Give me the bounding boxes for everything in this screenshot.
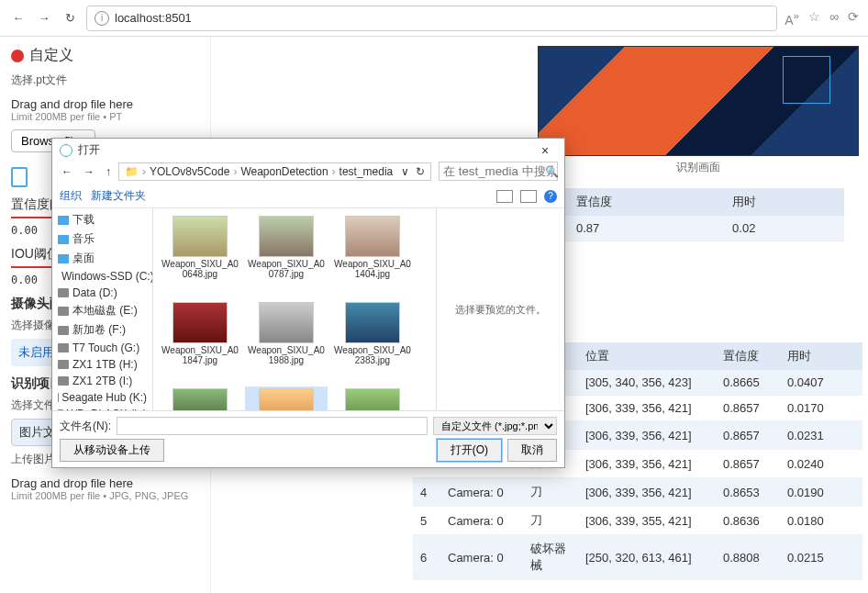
breadcrumb[interactable]: 📁 › YOLOv8v5Code › WeaponDetection › tes… bbox=[118, 162, 431, 181]
thumbnail-icon bbox=[172, 302, 228, 343]
text-size-icon[interactable]: A» bbox=[785, 9, 799, 28]
file-name: Weapon_SIXU_A01988.jpg bbox=[247, 345, 326, 365]
slider-track[interactable] bbox=[11, 217, 57, 218]
file-name: Weapon_SIXU_A01847.jpg bbox=[161, 345, 239, 365]
crumb-0[interactable]: YOLOv8v5Code bbox=[150, 165, 229, 178]
browser-right-icons: A» ☆ ∞ ⟳ bbox=[785, 9, 859, 28]
logo-icon bbox=[11, 50, 24, 62]
url-text: localhost:8501 bbox=[115, 11, 192, 25]
thumbnail-icon bbox=[259, 216, 314, 257]
infinity-icon[interactable]: ∞ bbox=[829, 9, 839, 28]
folder-tree[interactable]: 下载音乐桌面Windows-SSD (C:)Data (D:)本地磁盘 (E:)… bbox=[52, 208, 153, 410]
close-button[interactable]: × bbox=[531, 143, 559, 158]
file-name: Weapon_SIXU_A00787.jpg bbox=[247, 259, 326, 279]
preview-hint: 选择要预览的文件。 bbox=[455, 303, 546, 317]
drop-title: Drag and drop file here bbox=[11, 97, 199, 111]
file-item[interactable]: Weapon_SIXU_A02383.jpg bbox=[331, 300, 414, 383]
detection-preview bbox=[538, 46, 859, 156]
upload-mobile-button[interactable]: 从移动设备上传 bbox=[60, 439, 164, 462]
preview-caption: 识别画面 bbox=[538, 160, 859, 175]
browser-toolbar: ← → ↻ i localhost:8501 A» ☆ ∞ ⟳ bbox=[0, 0, 868, 37]
drop-sub-2: Limit 200MB per file • JPG, PNG, JPEG bbox=[11, 490, 199, 501]
image-drop-area[interactable]: Drag and drop file here Limit 200MB per … bbox=[11, 471, 199, 507]
file-item[interactable]: Weapon_SIXU_A01404.jpg bbox=[331, 214, 414, 296]
filename-label: 文件名(N): bbox=[60, 419, 111, 434]
file-grid[interactable]: Weapon_SIXU_A00648.jpgWeapon_SIXU_A00787… bbox=[153, 208, 436, 410]
file-name: Weapon_SIXU_A00648.jpg bbox=[161, 259, 239, 279]
crumb-2[interactable]: test_media bbox=[339, 165, 394, 178]
file-name: Weapon_SIXU_A02383.jpg bbox=[333, 345, 412, 365]
thumbnail-icon bbox=[345, 216, 400, 257]
thumbnail-icon bbox=[345, 302, 400, 343]
folder-icon: 📁 bbox=[125, 165, 139, 178]
th-time: 用时 bbox=[725, 188, 844, 216]
file-item[interactable]: Weapon_SIXU_A00648.jpg bbox=[159, 214, 241, 296]
favorite-icon[interactable]: ☆ bbox=[808, 9, 820, 28]
edge-icon bbox=[60, 144, 72, 157]
tree-item[interactable]: T7 Touch (G:) bbox=[52, 340, 152, 356]
view-mode-icon[interactable] bbox=[496, 190, 513, 203]
tree-item[interactable]: Data (D:) bbox=[52, 285, 152, 301]
dialog-title: 打开 bbox=[78, 142, 100, 158]
file-name: Weapon_SIXU_A01404.jpg bbox=[333, 259, 412, 279]
th-pos2: 位置 bbox=[578, 342, 716, 370]
tree-item[interactable]: 桌面 bbox=[52, 249, 152, 268]
sync-icon[interactable]: ⟳ bbox=[848, 9, 859, 28]
sidebar-header: 自定义 bbox=[11, 46, 199, 65]
nav-up-icon[interactable]: ↑ bbox=[102, 163, 115, 180]
new-folder-button[interactable]: 新建文件夹 bbox=[91, 188, 146, 204]
th-conf2: 置信度 bbox=[716, 342, 780, 370]
nav-back-icon[interactable]: ← bbox=[58, 163, 76, 180]
file-item[interactable]: Weapon_SIXU_A00787.jpg bbox=[245, 214, 328, 296]
cancel-button[interactable]: 取消 bbox=[507, 439, 557, 462]
back-icon[interactable]: ← bbox=[9, 9, 28, 28]
file-open-dialog: 打开 × ← → ↑ 📁 › YOLOv8v5Code › WeaponDete… bbox=[51, 138, 565, 468]
thumbnail-icon bbox=[172, 388, 228, 410]
file-icon bbox=[11, 167, 28, 187]
organize-menu[interactable]: 组织 bbox=[60, 188, 82, 204]
filename-input[interactable] bbox=[117, 417, 428, 435]
tree-item[interactable]: Windows-SSD (C:) bbox=[52, 268, 152, 285]
search-icon[interactable]: 🔍 bbox=[545, 165, 559, 178]
file-item[interactable]: Weapon_SIXU_A02787.jpg bbox=[159, 386, 241, 410]
th-time2: 用时 bbox=[780, 342, 862, 370]
file-filter-select[interactable]: 自定义文件 (*.jpg;*.png;*.jpeg) bbox=[433, 417, 557, 435]
url-bar[interactable]: i localhost:8501 bbox=[86, 6, 777, 31]
custom-heading: 自定义 bbox=[29, 46, 73, 65]
iou-slider-track[interactable] bbox=[11, 266, 57, 268]
search-input[interactable] bbox=[439, 162, 558, 181]
help-icon[interactable]: ? bbox=[544, 190, 557, 203]
preview-pane-icon[interactable] bbox=[520, 190, 537, 203]
thumbnail-icon bbox=[259, 302, 314, 343]
crumb-1[interactable]: WeaponDetection bbox=[240, 165, 328, 178]
file-item[interactable]: Weapon_SIXU_A01988.jpg bbox=[245, 300, 328, 383]
thumbnail-icon bbox=[259, 388, 314, 410]
tree-item[interactable]: ZX1 2TB (I:) bbox=[52, 373, 152, 389]
file-item[interactable]: Weapon_SIXU_A03591.jpg bbox=[331, 386, 414, 410]
tree-item[interactable]: Seagate Hub (K:) bbox=[52, 389, 152, 406]
file-item[interactable]: Weapon_SIXU_A03276.jpg bbox=[245, 386, 328, 410]
drop-title-2: Drag and drop file here bbox=[11, 476, 199, 490]
preview-pane: 选择要预览的文件。 bbox=[436, 208, 564, 410]
tree-item[interactable]: 新加卷 (F:) bbox=[52, 320, 152, 340]
forward-icon[interactable]: → bbox=[35, 9, 53, 28]
tree-item[interactable]: 本地磁盘 (E:) bbox=[52, 301, 152, 320]
thumbnail-icon bbox=[345, 388, 400, 410]
info-icon: i bbox=[95, 11, 109, 26]
table-row[interactable]: 6Camera: 0破坏器械[250, 320, 613, 461]0.8808… bbox=[413, 535, 862, 580]
table-row[interactable]: 4Camera: 0刀[306, 339, 356, 421]0.86530.0… bbox=[413, 478, 862, 507]
tree-item[interactable]: ZX1 1TB (H:) bbox=[52, 356, 152, 373]
table-row[interactable]: 5Camera: 0刀[306, 339, 355, 421]0.86360.0… bbox=[413, 507, 862, 535]
nav-fwd-icon[interactable]: → bbox=[80, 163, 98, 180]
drop-sub: Limit 200MB per file • PT bbox=[11, 111, 199, 122]
open-button[interactable]: 打开(O) bbox=[437, 439, 502, 462]
tree-item[interactable]: 音乐 bbox=[52, 229, 152, 249]
file-item[interactable]: Weapon_SIXU_A01847.jpg bbox=[159, 300, 241, 383]
tree-item[interactable]: 下载 bbox=[52, 210, 152, 229]
thumbnail-icon bbox=[172, 216, 228, 257]
th-conf: 置信度 bbox=[569, 188, 725, 216]
select-pt-label: 选择.pt文件 bbox=[11, 73, 199, 88]
refresh-icon[interactable]: ↻ bbox=[61, 9, 79, 28]
